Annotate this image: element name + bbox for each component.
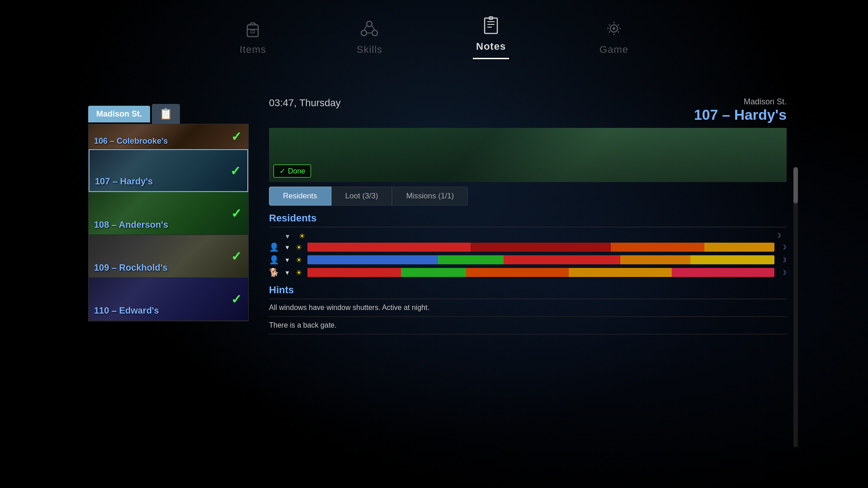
location-time: 03:47, Thursday [269,97,341,109]
residents-section: Residents ▼ ☀ ☽ 👤 ▼ ☀ ☽ 👤 [269,212,787,277]
location-name-108: 108 – Anderson's [94,220,168,230]
svg-line-7 [372,26,375,30]
notes-icon [479,14,503,37]
tab-loot[interactable]: Loot (3/3) [331,187,392,206]
resident-row-1: 👤 ▼ ☀ ☽ [269,242,787,252]
nav-label-game: Game [599,44,628,56]
backpack-icon [241,17,264,40]
location-check-109: ✓ [231,249,241,264]
resident-2-icon: 👤 [269,255,282,265]
nav-item-notes[interactable]: Notes [473,14,509,59]
location-image: ✓ Done [269,128,787,182]
resident-3-sun: ☀ [296,268,302,277]
tab-street[interactable]: Madison St. [88,106,150,122]
svg-point-4 [361,30,367,36]
svg-rect-0 [247,25,258,37]
location-check-107: ✓ [230,163,241,178]
tab-missions[interactable]: Missions (1/1) [392,187,468,206]
location-item-106[interactable]: 106 – Colebrooke's ✓ [89,124,248,149]
done-check-icon: ✓ [279,167,285,175]
location-list: 106 – Colebrooke's ✓ 107 – Hardy's ✓ 108… [88,124,249,321]
bar-seg-3-4 [569,268,671,277]
location-check-106: ✓ [231,129,241,144]
top-nav: Items Skills Notes [0,0,868,72]
tab-notes-button[interactable]: 📋 [152,104,180,124]
bar-seg-1-2 [471,243,611,252]
bar-seg-2-2 [438,255,504,264]
resident-1-icon: 👤 [269,242,282,252]
bar-seg-1-1 [307,243,471,252]
nav-item-items[interactable]: Items [240,17,266,56]
resident-row-2: 👤 ▼ ☀ ☽ [269,255,787,265]
location-name-106: 106 – Colebrooke's [94,136,168,146]
svg-line-6 [364,26,367,30]
svg-point-3 [367,21,372,27]
location-check-108: ✓ [231,206,241,221]
moon-icon-header: ☽ [775,232,781,240]
resident-3-bar [307,268,774,277]
skills-icon [358,17,381,40]
done-badge: ✓ Done [274,164,311,178]
bar-seg-2-1 [307,255,438,264]
resident-3-moon: ☽ [781,269,787,276]
location-name-109: 109 – Rockhold's [94,263,168,273]
bar-seg-2-4 [620,255,690,264]
scrollbar-thumb[interactable] [793,167,798,203]
bar-seg-3-3 [466,268,569,277]
right-panel: 03:47, Thursday Madison St. 107 – Hardy'… [269,97,787,339]
resident-1-moon: ☽ [781,244,787,251]
nav-label-items: Items [240,44,266,56]
tab-notes-icon: 📋 [159,108,173,120]
resident-2-moon: ☽ [781,256,787,263]
bar-seg-2-3 [504,255,620,264]
left-panel: Madison St. 📋 106 – Colebrooke's ✓ 107 –… [88,104,249,321]
location-header: 03:47, Thursday Madison St. 107 – Hardy'… [269,97,787,123]
icon-header-person: ▼ [284,233,291,240]
bar-seg-3-2 [401,268,467,277]
resident-2-arrow: ▼ [284,257,290,263]
address-block: Madison St. 107 – Hardy's [694,97,787,123]
resident-3-icon: 🐕 [269,267,282,277]
location-item-109[interactable]: 109 – Rockhold's ✓ [89,235,248,278]
nav-label-skills: Skills [357,44,382,56]
bar-seg-1-4 [704,243,774,252]
resident-row-3: 🐕 ▼ ☀ ☽ [269,267,787,277]
image-gradient-overlay [269,128,787,182]
resident-header-icons: ▼ ☀ ☽ [269,232,787,240]
hints-section: Hints All windows have window shutters. … [269,284,787,334]
bar-seg-3-1 [307,268,401,277]
resident-2-sun: ☀ [296,256,302,264]
resident-3-arrow: ▼ [284,269,290,276]
location-item-107[interactable]: 107 – Hardy's ✓ [89,149,248,192]
done-label: Done [288,167,305,175]
svg-point-15 [613,27,615,30]
building-name: 107 – Hardy's [694,107,787,123]
nav-label-notes: Notes [476,41,506,52]
detail-tabs: Residents Loot (3/3) Missions (1/1) [269,187,787,206]
nav-item-skills[interactable]: Skills [357,17,382,56]
bar-seg-1-3 [611,243,704,252]
location-name-110: 110 – Edward's [94,305,159,316]
bar-seg-2-5 [690,255,774,264]
hint-text-1: All windows have window shutters. Active… [269,304,787,317]
tab-residents[interactable]: Residents [269,187,331,206]
nav-item-game[interactable]: Game [599,17,628,56]
hints-title: Hints [269,284,787,299]
bar-seg-3-5 [672,268,774,277]
location-item-110[interactable]: 110 – Edward's ✓ [89,278,248,321]
scrollbar-track[interactable] [793,167,798,447]
resident-2-bar [307,255,774,264]
hint-text-2: There is a back gate. [269,321,787,334]
svg-point-5 [372,30,377,36]
resident-1-sun: ☀ [296,243,302,252]
location-check-110: ✓ [231,292,241,307]
street-name: Madison St. [694,97,787,107]
residents-title: Residents [269,212,787,227]
location-item-108[interactable]: 108 – Anderson's ✓ [89,192,248,235]
svg-rect-2 [251,30,255,33]
tab-header: Madison St. 📋 [88,104,249,124]
resident-1-bar [307,243,774,252]
svg-rect-9 [485,18,497,33]
resident-1-arrow: ▼ [284,244,290,251]
gear-icon [602,17,626,40]
